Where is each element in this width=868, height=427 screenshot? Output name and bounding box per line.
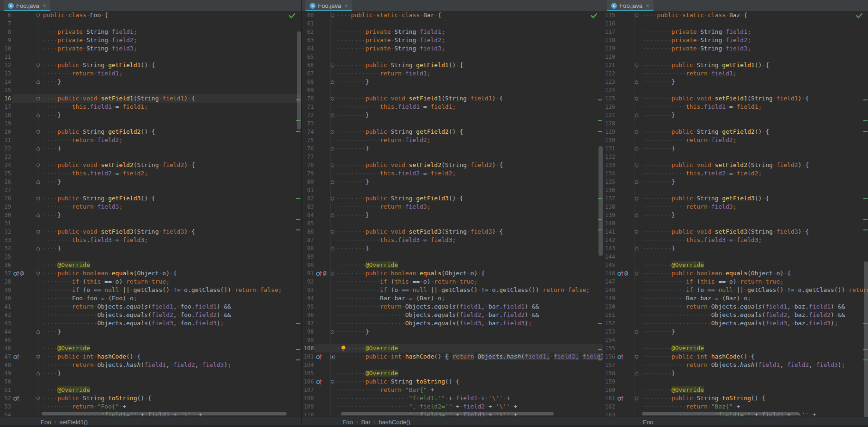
line-number[interactable]: 62 — [302, 28, 314, 36]
breadcrumb-item[interactable]: hashCode() — [379, 419, 410, 426]
line-number[interactable]: 143 — [603, 244, 615, 253]
fold-marker[interactable] — [633, 203, 640, 211]
code-line[interactable]: 140 — [603, 219, 868, 228]
line-number[interactable]: 89 — [302, 253, 314, 261]
line-number[interactable]: 50 — [0, 377, 11, 386]
fold-marker[interactable] — [633, 228, 640, 236]
fold-marker[interactable] — [633, 103, 640, 111]
fold-marker[interactable] — [329, 53, 336, 61]
line-number[interactable]: 10 — [0, 44, 11, 53]
line-number[interactable]: 144 — [603, 253, 615, 261]
fold-marker[interactable] — [34, 36, 42, 44]
fold-marker[interactable] — [34, 78, 42, 86]
fold-marker[interactable] — [633, 361, 640, 369]
fold-marker[interactable] — [633, 11, 640, 19]
code-line[interactable]: 99 — [302, 336, 603, 344]
fold-marker[interactable] — [329, 111, 336, 119]
line-number[interactable]: 79 — [302, 169, 314, 178]
code-line[interactable]: 158········} — [603, 369, 868, 377]
close-icon[interactable]: ✕ — [645, 3, 649, 8]
fold-marker[interactable] — [34, 169, 42, 178]
fold-marker[interactable] — [633, 261, 640, 269]
line-number[interactable]: 37 — [0, 269, 11, 278]
line-number[interactable]: 33 — [0, 236, 11, 244]
line-number[interactable]: 104 — [302, 361, 314, 369]
line-number[interactable]: 60 — [302, 11, 314, 19]
code-line[interactable]: 33········this.field3·=·field3; — [0, 236, 301, 244]
code-line[interactable]: 73 — [302, 119, 603, 128]
horizontal-scrollbar[interactable] — [341, 412, 554, 415]
fold-marker[interactable] — [329, 28, 336, 36]
line-number[interactable]: 93 — [302, 286, 314, 294]
code-line[interactable]: 159 — [603, 377, 868, 386]
line-number[interactable]: 6 — [0, 11, 11, 19]
fold-marker[interactable] — [329, 69, 336, 78]
fold-marker[interactable] — [34, 286, 42, 294]
fold-marker[interactable] — [34, 144, 42, 153]
code-line[interactable]: 66········public·String·getField1()·{ — [302, 61, 603, 69]
line-number[interactable]: 36 — [0, 261, 11, 269]
line-number[interactable]: 39 — [0, 286, 11, 294]
line-number[interactable]: 67 — [302, 69, 314, 78]
fold-marker[interactable] — [34, 44, 42, 53]
line-number[interactable]: 52 — [0, 394, 11, 402]
fold-marker[interactable] — [34, 253, 42, 261]
code-line[interactable]: 84········} — [302, 211, 603, 219]
fold-marker[interactable] — [329, 311, 336, 319]
fold-marker[interactable] — [34, 94, 42, 103]
line-number[interactable]: 12 — [0, 61, 11, 69]
line-number[interactable]: 28 — [0, 194, 11, 203]
code-line[interactable]: 134············this.field2·=·field2; — [603, 169, 868, 178]
code-line[interactable]: 30····} — [0, 211, 301, 219]
fold-marker[interactable] — [633, 311, 640, 319]
code-line[interactable]: 29········return·field3; — [0, 203, 301, 211]
line-number[interactable]: 134 — [603, 169, 615, 178]
fold-marker[interactable] — [633, 336, 640, 344]
fold-marker[interactable] — [329, 94, 336, 103]
line-number[interactable]: 84 — [302, 211, 314, 219]
code-line[interactable]: 14····} — [0, 78, 301, 86]
code-line[interactable]: 98········} — [302, 328, 603, 336]
fold-marker[interactable] — [34, 161, 42, 169]
code-line[interactable]: 42···············Objects.equals(field2,·… — [0, 311, 301, 319]
fold-marker[interactable] — [633, 186, 640, 194]
code-line[interactable]: 119········private·String·field3; — [603, 44, 868, 53]
code-line[interactable]: 92············if·(this·==·o)·return·true… — [302, 278, 603, 286]
code-line[interactable]: 37@····public·boolean·equals(Object·o)·{ — [0, 269, 301, 278]
breadcrumb-item[interactable]: setField1() — [59, 419, 87, 426]
line-number[interactable]: 38 — [0, 278, 11, 286]
code-line[interactable]: 88········} — [302, 244, 603, 253]
line-number[interactable]: 82 — [302, 194, 314, 203]
code-line[interactable]: 39········if·(o·==·null·||·getClass()·!=… — [0, 286, 301, 294]
code-line[interactable]: 95············return·Objects.equals(fiel… — [302, 303, 603, 311]
fold-marker[interactable] — [329, 161, 336, 169]
editor[interactable]: 115····public·static·class·Baz·{116117··… — [603, 11, 868, 417]
code-line[interactable]: 32····public·void·setField3(String·field… — [0, 228, 301, 236]
line-number[interactable]: 158 — [603, 369, 615, 377]
line-number[interactable]: 146 — [603, 269, 615, 278]
code-line[interactable]: 156········public·int·hashCode()·{ — [603, 353, 868, 361]
code-line[interactable]: 144 — [603, 253, 868, 261]
line-number[interactable]: 142 — [603, 236, 615, 244]
code-line[interactable]: 38········if·(this·==·o)·return·true; — [0, 278, 301, 286]
fold-marker[interactable] — [633, 44, 640, 53]
fold-marker[interactable] — [633, 111, 640, 119]
line-number[interactable]: 149 — [603, 294, 615, 303]
fold-marker[interactable] — [329, 86, 336, 94]
code-line[interactable]: 77 — [302, 153, 603, 161]
line-number[interactable]: 124 — [603, 86, 615, 94]
fold-marker[interactable] — [329, 178, 336, 186]
code-line[interactable]: 45 — [0, 336, 301, 344]
code-line[interactable]: 135········} — [603, 178, 868, 186]
fold-marker[interactable] — [329, 153, 336, 161]
code-line[interactable]: 153········} — [603, 328, 868, 336]
code-line[interactable]: 162············return·"Baz{"·+ — [603, 402, 868, 411]
line-number[interactable]: 34 — [0, 244, 11, 253]
fold-marker[interactable] — [34, 11, 42, 19]
fold-marker[interactable] — [34, 86, 42, 94]
line-number[interactable]: 118 — [603, 36, 615, 44]
line-number[interactable]: 87 — [302, 236, 314, 244]
line-number[interactable]: 16 — [0, 94, 11, 103]
line-number[interactable]: 105 — [302, 369, 314, 377]
fold-marker[interactable] — [329, 336, 336, 344]
